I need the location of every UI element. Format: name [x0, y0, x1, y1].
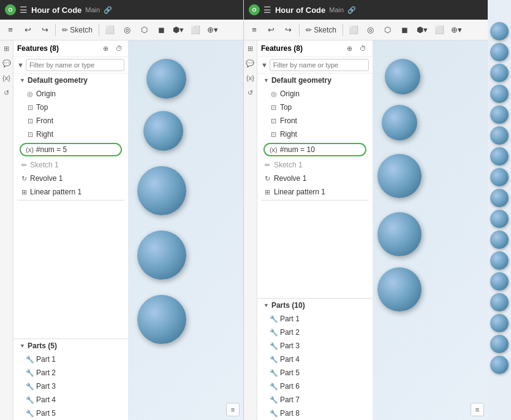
tool3-left[interactable]: ⬡: [136, 22, 152, 38]
features-header-right: Features (8) ⊕ ⏱: [257, 40, 373, 57]
default-geometry-right[interactable]: ▼ Default geometry: [257, 74, 373, 87]
parts-title-left: Parts (5): [28, 340, 57, 351]
rpart4[interactable]: 🔧 Part 4: [257, 353, 373, 366]
features-icon-left[interactable]: ⊞: [1, 43, 12, 54]
link-icon-right[interactable]: 🔗: [347, 6, 356, 14]
linear-pattern-right[interactable]: ⊞ Linear pattern 1: [257, 185, 373, 199]
history-icon-right[interactable]: ↺: [244, 87, 255, 98]
variable-icon-item-left: (x): [26, 146, 34, 153]
variable-icon-right[interactable]: {x}: [244, 72, 255, 83]
origin-left[interactable]: ◎ Origin: [13, 87, 128, 101]
add-feature-btn-right[interactable]: ⊕: [344, 43, 355, 54]
align-btn-right[interactable]: ≡: [471, 403, 484, 416]
tool2-left[interactable]: ◎: [119, 22, 135, 38]
origin-icon-left: ◎: [26, 88, 34, 99]
part2-left[interactable]: 🔧 Part 2: [13, 366, 128, 380]
part3-icon-left: 🔧: [26, 381, 34, 392]
tool5-left[interactable]: ⬢▾: [170, 22, 186, 38]
rpart3[interactable]: 🔧 Part 3: [257, 339, 373, 353]
history-icon-left[interactable]: ↺: [1, 87, 12, 98]
small-sphere-16: [490, 335, 509, 353]
undo-left[interactable]: ↩: [20, 22, 36, 38]
hamburger-right[interactable]: ☰: [263, 5, 271, 15]
part3-left[interactable]: 🔧 Part 3: [13, 380, 128, 393]
small-sphere-2: [490, 43, 509, 61]
default-geometry-label-left: Default geometry: [28, 75, 88, 86]
front-icon-left: ⊡: [26, 115, 34, 126]
left-icon-strip: ⊞ 💬 {x} ↺: [0, 40, 13, 420]
tool4-right[interactable]: ◼: [397, 22, 413, 38]
sketch1-left[interactable]: ✏ Sketch 1: [13, 158, 128, 172]
chat-icon-right[interactable]: 💬: [244, 58, 255, 69]
tool1-right[interactable]: ⬜: [346, 22, 361, 38]
parts-header-right[interactable]: ▼ Parts (10): [257, 299, 373, 312]
front-label-right: Front: [280, 115, 297, 126]
add-feature-btn-left[interactable]: ⊕: [100, 43, 111, 54]
origin-label-left: Origin: [36, 88, 56, 99]
redo-right[interactable]: ↪: [281, 22, 297, 38]
part1-left[interactable]: 🔧 Part 1: [13, 353, 128, 366]
default-geometry-left[interactable]: ▼ Default geometry: [13, 74, 128, 87]
variable-highlight-left[interactable]: (x) #num = 5: [20, 143, 122, 156]
rpart1[interactable]: 🔧 Part 1: [257, 312, 373, 326]
linear-pattern-left[interactable]: ⊞ Linear pattern 1: [13, 185, 128, 199]
rpart3-label: Part 3: [280, 340, 300, 351]
viewport-right[interactable]: ≡: [373, 40, 488, 420]
tool6-right[interactable]: ⬜: [431, 22, 447, 38]
tool1-left[interactable]: ⬜: [102, 22, 118, 38]
clock-btn-left[interactable]: ⏱: [113, 43, 124, 54]
search-input-left[interactable]: [26, 59, 125, 71]
chat-icon-left[interactable]: 💬: [1, 58, 12, 69]
rpart6[interactable]: 🔧 Part 6: [257, 380, 373, 393]
search-input-right[interactable]: [270, 59, 369, 71]
revolve1-right[interactable]: ↻ Revolve 1: [257, 172, 373, 185]
variable-highlight-right[interactable]: (x) #num = 10: [263, 143, 366, 156]
viewport-left[interactable]: ≡: [128, 40, 243, 420]
revolve-icon-left: ↻: [20, 173, 28, 184]
revolve1-left[interactable]: ↻ Revolve 1: [13, 172, 128, 185]
right-plane-left[interactable]: ⊡ Right: [13, 128, 128, 141]
tool2-right[interactable]: ◎: [363, 22, 379, 38]
rpart2[interactable]: 🔧 Part 2: [257, 326, 373, 339]
rpart1-icon: 🔧: [270, 313, 278, 324]
hamburger-left[interactable]: ☰: [20, 5, 28, 15]
features-icon-right[interactable]: ⊞: [244, 43, 255, 54]
front-plane-right[interactable]: ⊡ Front: [257, 114, 373, 128]
clock-btn-right[interactable]: ⏱: [358, 43, 369, 54]
tool7-left[interactable]: ⊕▾: [205, 22, 221, 38]
top-plane-left[interactable]: ⊡ Top: [13, 101, 128, 114]
small-sphere-9: [490, 189, 509, 207]
undo-right[interactable]: ↩: [263, 22, 279, 38]
redo-left[interactable]: ↪: [37, 22, 53, 38]
toolbar-list-btn-left[interactable]: ≡: [2, 22, 18, 38]
sketch-btn-right[interactable]: ✏ Sketch: [302, 25, 340, 36]
sketch1-right[interactable]: ✏ Sketch 1: [257, 158, 373, 172]
onshape-logo-right: O: [249, 4, 260, 15]
chevron-parts-right: ▼: [263, 300, 270, 311]
toolbar-list-btn-right[interactable]: ≡: [246, 22, 262, 38]
parts-header-left[interactable]: ▼ Parts (5): [13, 339, 128, 353]
chevron-parts-left: ▼: [20, 340, 26, 351]
tool6-left[interactable]: ⬜: [187, 22, 203, 38]
tool5-right[interactable]: ⬢▾: [414, 22, 430, 38]
right-plane-right[interactable]: ⊡ Right: [257, 128, 373, 141]
variable-icon-left[interactable]: {x}: [1, 72, 12, 83]
small-sphere-11: [490, 231, 509, 249]
small-sphere-1: [490, 22, 509, 40]
align-btn-left[interactable]: ≡: [226, 403, 240, 416]
rpart5[interactable]: 🔧 Part 5: [257, 366, 373, 380]
tool4-left[interactable]: ◼: [153, 22, 169, 38]
rpart7[interactable]: 🔧 Part 7: [257, 393, 373, 407]
tool3-right[interactable]: ⬡: [380, 22, 396, 38]
rpart8[interactable]: 🔧 Part 8: [257, 407, 373, 420]
part4-left[interactable]: 🔧 Part 4: [13, 393, 128, 407]
top-plane-right[interactable]: ⊡ Top: [257, 101, 373, 114]
rpart3-icon: 🔧: [270, 340, 278, 351]
link-icon-left[interactable]: 🔗: [104, 6, 112, 14]
rpart6-label: Part 6: [280, 381, 300, 392]
tool7-right[interactable]: ⊕▾: [449, 22, 464, 38]
sketch-btn-left[interactable]: ✏ Sketch: [58, 25, 96, 36]
front-plane-left[interactable]: ⊡ Front: [13, 114, 128, 128]
origin-right[interactable]: ◎ Origin: [257, 87, 373, 101]
part5-left[interactable]: 🔧 Part 5: [13, 407, 128, 420]
